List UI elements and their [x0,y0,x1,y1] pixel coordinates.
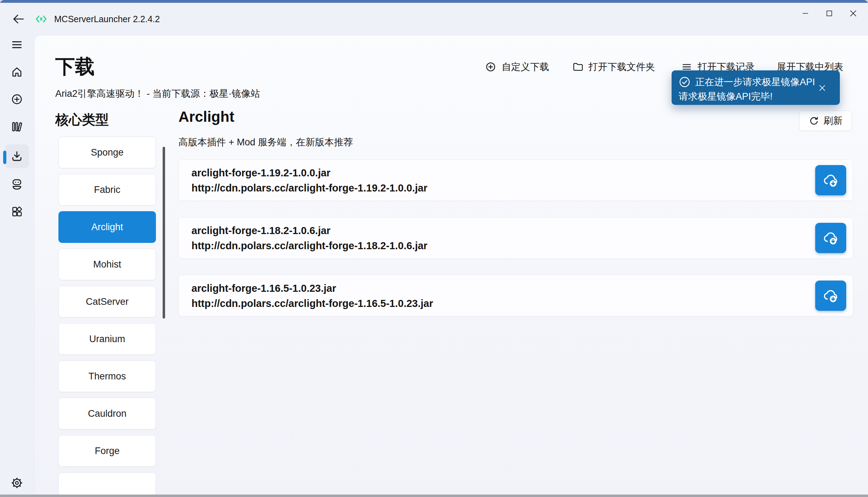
panel-title: Arclight [178,108,234,125]
toast-close-button[interactable] [817,83,827,93]
content-area: 下载 Aria2引擎高速驱动！ - 当前下载源：极星·镜像站 自定义下载 打开下… [34,35,868,497]
extensions-icon [11,205,23,218]
core-type-button[interactable]: Mohist [58,249,156,280]
sidebar-item-settings[interactable] [5,471,29,495]
check-circle-icon [679,76,691,88]
core-list-scrollbar[interactable] [163,147,165,319]
refresh-label: 刷新 [824,114,843,127]
close-icon [818,83,827,93]
home-icon [11,66,23,78]
sidebar-selected-indicator [3,151,6,164]
sidebar-item-download[interactable] [5,144,29,168]
sidebar-item-menu[interactable] [5,33,29,57]
page-title: 下载 [55,54,95,80]
toast-line2: 请求极星镜像API完毕! [679,90,833,103]
custom-download-label: 自定义下载 [502,61,549,73]
download-file-url: http://cdn.polars.cc/arclight-forge-1.19… [191,180,840,196]
core-type-button[interactable]: CatServer [58,286,156,317]
core-type-button[interactable]: Forge [58,435,156,467]
core-type-button[interactable]: Cauldron [58,398,156,429]
back-button[interactable] [11,11,26,27]
download-file-name: arclight-forge-1.16.5-1.0.23.jar [191,281,840,296]
panel-description: 高版本插件 + Mod 服务端，在新版本推荐 [178,136,353,149]
refresh-icon [809,115,819,126]
toast-line1: 正在进一步请求极星镜像API [695,76,815,88]
window-accent-strip [0,0,868,3]
app-title: MCServerLauncher 2.2.4.2 [54,14,160,24]
refresh-button[interactable]: 刷新 [799,111,852,131]
close-button[interactable] [841,3,865,24]
app-window: MCServerLauncher 2.2.4.2 [0,0,868,497]
sidebar-item-library[interactable] [5,115,29,139]
sidebar-item-home[interactable] [5,60,29,84]
download-row: arclight-forge-1.18.2-1.0.6.jar http://c… [178,217,853,259]
page-subtitle: Aria2引擎高速驱动！ - 当前下载源：极星·镜像站 [55,87,260,100]
download-button[interactable] [815,281,846,311]
core-type-button[interactable]: Uranium [58,323,156,355]
download-button[interactable] [815,223,846,253]
open-folder-label: 打开下载文件夹 [589,61,655,73]
core-type-button[interactable]: Arclight [58,211,156,243]
cloud-download-icon [822,229,839,247]
open-folder-button[interactable]: 打开下载文件夹 [572,59,655,75]
custom-download-button[interactable]: 自定义下载 [485,59,549,75]
library-icon [11,120,23,133]
cloud-download-icon [822,287,839,304]
sidebar-item-assistant[interactable] [5,172,29,196]
titlebar: MCServerLauncher 2.2.4.2 [0,3,868,35]
window-controls [793,3,865,24]
core-type-list: SpongeFabricArclightMohistCatServerUrani… [58,137,156,497]
minimize-button[interactable] [793,3,817,24]
download-icon [10,150,24,163]
download-file-name: arclight-forge-1.19.2-1.0.0.jar [191,165,840,180]
download-file-url: http://cdn.polars.cc/arclight-forge-1.18… [191,238,840,253]
window-bottom-edge [0,495,868,497]
sidebar [0,35,34,497]
core-type-button[interactable]: Fabric [58,174,156,206]
download-row: arclight-forge-1.19.2-1.0.0.jar http://c… [178,159,853,201]
maximize-button[interactable] [817,3,841,24]
download-button[interactable] [815,165,846,195]
back-arrow-icon [12,12,25,26]
core-type-button-partial[interactable] [58,472,156,497]
plus-circle-icon [485,61,496,73]
sidebar-item-extensions[interactable] [5,200,29,224]
cloud-download-icon [822,171,839,189]
download-file-name: arclight-forge-1.18.2-1.0.6.jar [191,223,840,238]
sidebar-item-create[interactable] [5,87,29,111]
robot-icon [10,178,24,191]
app-logo-icon [34,12,49,26]
plus-circle-icon [11,93,23,106]
hamburger-icon [11,38,23,51]
download-file-url: http://cdn.polars.cc/arclight-forge-1.16… [191,296,840,311]
folder-icon [572,61,583,73]
core-type-button[interactable]: Thermos [58,360,156,392]
download-list: arclight-forge-1.19.2-1.0.0.jar http://c… [178,159,853,333]
core-types-heading: 核心类型 [55,111,109,129]
toast-notification: 正在进一步请求极星镜像API 请求极星镜像API完毕! [672,70,840,105]
download-row: arclight-forge-1.16.5-1.0.23.jar http://… [178,275,853,316]
gear-icon [11,477,23,489]
core-type-button[interactable]: Sponge [58,137,156,168]
